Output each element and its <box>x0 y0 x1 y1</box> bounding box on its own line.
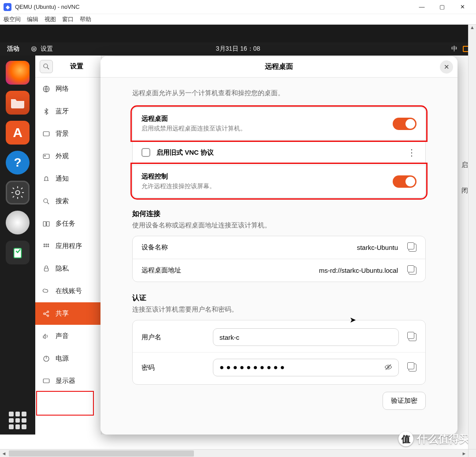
sidebar-item-bluetooth[interactable]: 蓝牙 <box>35 100 101 123</box>
remote-desktop-desc: 启用或禁用远程桌面连接至该计算机。 <box>141 125 387 133</box>
password-input[interactable]: ●●●●●●●●●● <box>213 359 399 376</box>
dock-help[interactable]: ? <box>6 151 30 175</box>
sidebar-item-privacy[interactable]: 隐私 <box>35 257 101 280</box>
sidebar-item-multitask[interactable]: 多任务 <box>35 212 101 235</box>
svg-point-13 <box>46 244 47 245</box>
verify-encryption-button[interactable]: 验证加密 <box>383 392 426 410</box>
gnome-topbar: 活动 设置 3月31日 16：08 中 <box>0 42 476 56</box>
auth-group: 用户名 stark-c 密码 ●●●●●●●●●● <box>132 320 426 385</box>
device-name-row: 设备名称 starkc-Ubuntu <box>133 236 425 259</box>
sidebar-item-sharing[interactable]: 共享 <box>35 302 101 325</box>
sidebar-item-search[interactable]: 搜索 <box>35 190 101 212</box>
watermark-text: 什么值得买 <box>417 432 470 446</box>
copy-icon[interactable] <box>409 267 416 275</box>
legacy-vnc-checkbox[interactable] <box>141 148 150 157</box>
remote-desktop-group: 远程桌面 启用或禁用远程桌面连接至该计算机。 启用旧式 VNC 协议 ⋮ 远程控… <box>132 107 426 198</box>
sidebar-item-notifications[interactable]: 通知 <box>35 167 101 190</box>
auth-desc: 连接至该计算机需要用户名和密码。 <box>132 305 426 314</box>
remote-control-switch[interactable] <box>393 175 416 188</box>
menu-item[interactable]: 窗口 <box>62 15 74 23</box>
svg-point-0 <box>32 47 37 52</box>
sidebar-item-power[interactable]: 电源 <box>35 347 101 370</box>
menu-item[interactable]: 极空间 <box>4 15 21 23</box>
window-title: QEMU (Ubuntu) - noVNC <box>15 4 80 10</box>
legacy-vnc-label: 启用旧式 VNC 协议 <box>156 149 214 157</box>
remote-desktop-row: 远程桌面 启用或禁用远程桌面连接至该计算机。 <box>133 108 425 140</box>
svg-rect-18 <box>45 268 48 271</box>
app-indicator-label: 设置 <box>41 45 53 53</box>
howto-title: 如何连接 <box>132 209 426 219</box>
minimize-button[interactable]: — <box>412 0 432 14</box>
dock-settings[interactable] <box>6 181 30 204</box>
username-input[interactable]: stark-c <box>213 328 399 346</box>
remote-control-title: 远程控制 <box>141 172 387 181</box>
search-button[interactable] <box>40 60 53 73</box>
dialog-intro: 远程桌面允许从另一个计算机查看和操控您的桌面。 <box>132 89 426 97</box>
svg-point-2 <box>15 190 19 194</box>
svg-point-1 <box>33 48 35 50</box>
device-name-value: starkc-Ubuntu <box>218 244 402 251</box>
copy-icon[interactable] <box>409 364 416 372</box>
menu-item[interactable]: 视图 <box>45 15 56 23</box>
svg-rect-7 <box>43 154 49 158</box>
sidebar-item-apps[interactable]: 应用程序 <box>35 235 101 257</box>
svg-point-8 <box>45 155 45 156</box>
dock: A ? <box>0 56 35 435</box>
watermark: 值 什么值得买 <box>398 431 470 446</box>
vertical-scrollbar[interactable]: ▲ <box>468 25 476 449</box>
scrollbar-corner <box>468 449 476 457</box>
svg-rect-10 <box>43 221 46 226</box>
svg-rect-23 <box>43 379 49 383</box>
remote-desktop-dialog: 远程桌面 ✕ 远程桌面允许从另一个计算机查看和操控您的桌面。 远程桌面 启用或禁… <box>100 56 457 435</box>
dock-firefox[interactable] <box>6 61 30 85</box>
dock-files[interactable] <box>6 91 30 115</box>
svg-rect-11 <box>47 221 49 226</box>
eye-icon[interactable] <box>384 363 392 372</box>
menu-item[interactable]: 编辑 <box>27 15 38 23</box>
password-row: 密码 ●●●●●●●●●● <box>133 352 425 383</box>
rd-address-value: ms-rd://starkc-Ubuntu.local <box>218 267 402 274</box>
svg-point-9 <box>44 199 48 203</box>
sidebar-item-display[interactable]: 显示器 <box>35 370 101 392</box>
copy-icon[interactable] <box>409 244 416 252</box>
rd-address-row: 远程桌面地址 ms-rd://starkc-Ubuntu.local <box>133 259 425 282</box>
dialog-header: 远程桌面 ✕ <box>100 56 457 78</box>
vnc-border <box>0 25 476 42</box>
menu-item[interactable]: 帮助 <box>80 15 91 23</box>
clock[interactable]: 3月31日 16：08 <box>216 45 260 53</box>
svg-point-17 <box>48 245 48 246</box>
host-menubar: 极空间 编辑 视图 窗口 帮助 <box>0 14 476 25</box>
sidebar-item-background[interactable]: 背景 <box>35 123 101 145</box>
svg-point-14 <box>48 244 48 245</box>
sidebar-header: 设置 <box>35 56 101 78</box>
device-name-label: 设备名称 <box>141 243 212 252</box>
settings-sidebar: 设置 网络 蓝牙 背景 外观 通知 搜索 多任务 应用程序 隐私 在线账号 共享… <box>35 56 101 435</box>
dialog-close-button[interactable]: ✕ <box>440 60 453 74</box>
legacy-vnc-row[interactable]: 启用旧式 VNC 协议 ⋮ <box>133 140 425 165</box>
dock-trash[interactable] <box>6 241 30 264</box>
kebab-menu-icon[interactable]: ⋮ <box>407 147 416 158</box>
password-label: 密码 <box>133 364 203 372</box>
activities-button[interactable]: 活动 <box>0 45 26 53</box>
maximize-button[interactable]: ▢ <box>432 0 452 14</box>
svg-point-12 <box>44 244 45 245</box>
horizontal-scrollbar[interactable]: ◄► <box>0 449 468 457</box>
howto-desc: 使用设备名称或远程桌面地址连接至该计算机。 <box>132 221 426 230</box>
sidebar-item-online[interactable]: 在线账号 <box>35 280 101 302</box>
dock-disc[interactable] <box>6 211 30 234</box>
sidebar-item-sound[interactable]: 声音 <box>35 325 101 347</box>
ime-indicator[interactable]: 中 <box>451 45 457 53</box>
host-close-button[interactable]: ✕ <box>452 0 472 14</box>
sidebar-item-appearance[interactable]: 外观 <box>35 145 101 167</box>
svg-rect-6 <box>43 131 49 136</box>
watermark-badge-icon: 值 <box>398 431 413 446</box>
copy-icon[interactable] <box>409 333 416 341</box>
connection-info-group: 设备名称 starkc-Ubuntu 远程桌面地址 ms-rd://starkc… <box>132 236 426 282</box>
app-indicator[interactable]: 设置 <box>26 45 56 53</box>
dock-show-apps[interactable] <box>9 412 26 429</box>
remote-desktop-switch[interactable] <box>393 118 416 130</box>
sidebar-item-network[interactable]: 网络 <box>35 78 101 100</box>
dock-software[interactable]: A <box>6 121 30 145</box>
remote-desktop-title: 远程桌面 <box>141 115 387 123</box>
dialog-title: 远程桌面 <box>265 62 293 71</box>
